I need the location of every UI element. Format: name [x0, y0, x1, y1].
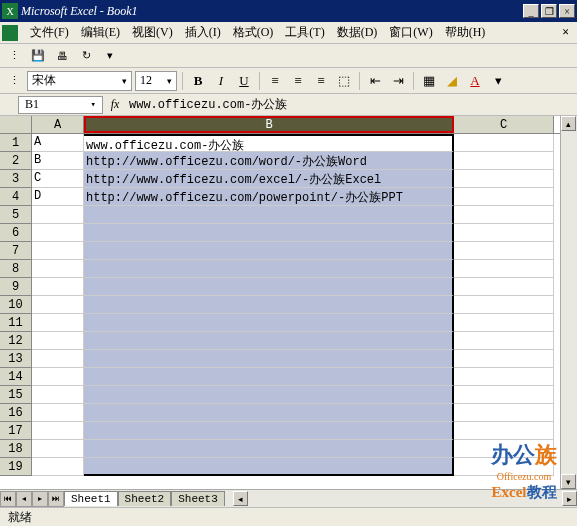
- cell[interactable]: [32, 224, 84, 242]
- cell[interactable]: http://www.officezu.com/word/-办公族Word: [84, 152, 454, 170]
- row-header[interactable]: 11: [0, 314, 32, 332]
- cell[interactable]: D: [32, 188, 84, 206]
- menu-help[interactable]: 帮助(H): [439, 22, 492, 43]
- cell[interactable]: [32, 368, 84, 386]
- cell[interactable]: [454, 134, 554, 152]
- fx-icon[interactable]: fx: [103, 97, 127, 112]
- align-left-icon[interactable]: ≡: [265, 71, 285, 91]
- cell[interactable]: A: [32, 134, 84, 152]
- scroll-left-icon[interactable]: ◂: [233, 491, 248, 506]
- cell[interactable]: [32, 386, 84, 404]
- cell[interactable]: [32, 314, 84, 332]
- tab-last-icon[interactable]: ⏭: [48, 491, 64, 507]
- cell[interactable]: [84, 296, 454, 314]
- cell[interactable]: [84, 386, 454, 404]
- row-header[interactable]: 3: [0, 170, 32, 188]
- bold-button[interactable]: B: [188, 71, 208, 91]
- cell[interactable]: [32, 242, 84, 260]
- cell[interactable]: [454, 206, 554, 224]
- indent-right-icon[interactable]: ⇥: [388, 71, 408, 91]
- name-box[interactable]: B1▾: [18, 96, 103, 114]
- merge-icon[interactable]: ⬚: [334, 71, 354, 91]
- print-icon[interactable]: 🖶: [52, 47, 72, 65]
- cell[interactable]: [32, 404, 84, 422]
- handle-icon[interactable]: ⋮: [4, 47, 24, 65]
- row-header[interactable]: 10: [0, 296, 32, 314]
- align-center-icon[interactable]: ≡: [288, 71, 308, 91]
- menu-edit[interactable]: 编辑(E): [75, 22, 126, 43]
- menu-insert[interactable]: 插入(I): [179, 22, 227, 43]
- row-header[interactable]: 7: [0, 242, 32, 260]
- cell[interactable]: [454, 404, 554, 422]
- cell[interactable]: [84, 458, 454, 476]
- col-header-C[interactable]: C: [454, 116, 554, 133]
- col-header-B[interactable]: B: [84, 116, 454, 133]
- cell[interactable]: [84, 242, 454, 260]
- row-header[interactable]: 12: [0, 332, 32, 350]
- cell[interactable]: [454, 296, 554, 314]
- row-header[interactable]: 18: [0, 440, 32, 458]
- borders-icon[interactable]: ▦: [419, 71, 439, 91]
- align-right-icon[interactable]: ≡: [311, 71, 331, 91]
- cell[interactable]: [32, 278, 84, 296]
- cell[interactable]: [84, 350, 454, 368]
- cell[interactable]: [454, 386, 554, 404]
- row-header[interactable]: 13: [0, 350, 32, 368]
- cell[interactable]: [454, 260, 554, 278]
- cell[interactable]: [84, 206, 454, 224]
- row-header[interactable]: 6: [0, 224, 32, 242]
- mdi-close-button[interactable]: ×: [556, 25, 575, 40]
- menu-format[interactable]: 格式(O): [227, 22, 280, 43]
- cell[interactable]: [84, 368, 454, 386]
- cell[interactable]: [32, 296, 84, 314]
- cell[interactable]: [84, 440, 454, 458]
- cell[interactable]: www.officezu.com-办公族: [84, 134, 454, 152]
- cell[interactable]: [84, 404, 454, 422]
- menu-tools[interactable]: 工具(T): [279, 22, 330, 43]
- cell[interactable]: [454, 368, 554, 386]
- cell[interactable]: [454, 278, 554, 296]
- sheet-tab-3[interactable]: Sheet3: [171, 491, 225, 506]
- menu-data[interactable]: 数据(D): [331, 22, 384, 43]
- row-header[interactable]: 1: [0, 134, 32, 152]
- scroll-right-icon[interactable]: ▸: [562, 491, 577, 506]
- cell[interactable]: [454, 188, 554, 206]
- cell[interactable]: B: [32, 152, 84, 170]
- row-header[interactable]: 19: [0, 458, 32, 476]
- tab-next-icon[interactable]: ▸: [32, 491, 48, 507]
- font-color-icon[interactable]: A: [465, 71, 485, 91]
- row-header[interactable]: 4: [0, 188, 32, 206]
- row-header[interactable]: 14: [0, 368, 32, 386]
- cell[interactable]: [84, 224, 454, 242]
- row-header[interactable]: 17: [0, 422, 32, 440]
- vertical-scrollbar[interactable]: ▴ ▾: [560, 116, 577, 489]
- col-header-A[interactable]: A: [32, 116, 84, 133]
- cell[interactable]: [454, 350, 554, 368]
- row-header[interactable]: 15: [0, 386, 32, 404]
- cell[interactable]: [454, 152, 554, 170]
- cell[interactable]: [32, 332, 84, 350]
- cell[interactable]: [32, 206, 84, 224]
- scroll-up-icon[interactable]: ▴: [561, 116, 576, 131]
- cell[interactable]: [454, 224, 554, 242]
- handle-icon[interactable]: ⋮: [4, 72, 24, 90]
- save-icon[interactable]: 💾: [28, 47, 48, 65]
- cell[interactable]: [32, 260, 84, 278]
- close-button[interactable]: ×: [559, 4, 575, 18]
- cell[interactable]: [84, 314, 454, 332]
- scroll-down-icon[interactable]: ▾: [561, 474, 576, 489]
- cell[interactable]: [84, 260, 454, 278]
- select-all-corner[interactable]: [0, 116, 32, 133]
- redo-icon[interactable]: ↻: [76, 47, 96, 65]
- row-header[interactable]: 16: [0, 404, 32, 422]
- row-header[interactable]: 9: [0, 278, 32, 296]
- cell[interactable]: [32, 350, 84, 368]
- cell[interactable]: [84, 332, 454, 350]
- row-header[interactable]: 8: [0, 260, 32, 278]
- tab-prev-icon[interactable]: ◂: [16, 491, 32, 507]
- cell[interactable]: http://www.officezu.com/excel/-办公族Excel: [84, 170, 454, 188]
- font-name-select[interactable]: 宋体▾: [27, 71, 132, 91]
- cell[interactable]: [84, 422, 454, 440]
- menu-file[interactable]: 文件(F): [24, 22, 75, 43]
- italic-button[interactable]: I: [211, 71, 231, 91]
